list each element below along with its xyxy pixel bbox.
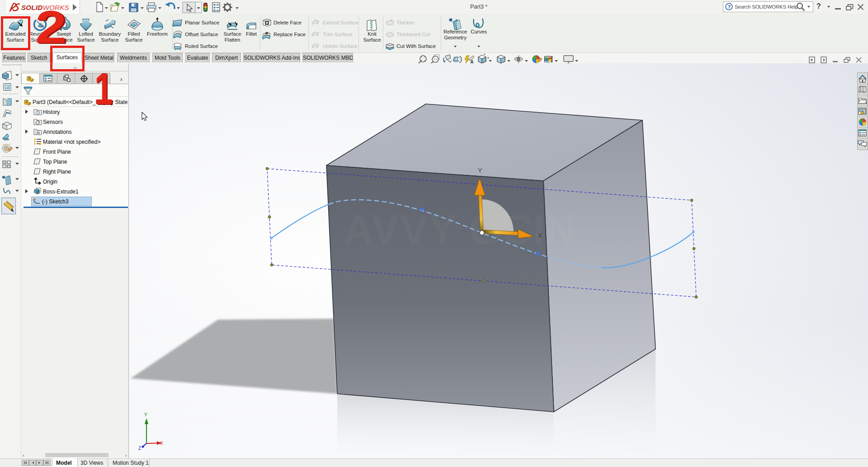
svg-text:Y: Y [144,412,147,417]
svg-text:AVVY GCIN: AVVY GCIN [344,207,577,253]
svg-text:X: X [160,441,163,446]
svg-text:?: ? [728,4,731,9]
svg-text:Y: Y [478,167,482,174]
svg-text:X: X [538,232,542,239]
svg-text:Z: Z [138,446,141,451]
svg-text:A: A [37,131,39,135]
